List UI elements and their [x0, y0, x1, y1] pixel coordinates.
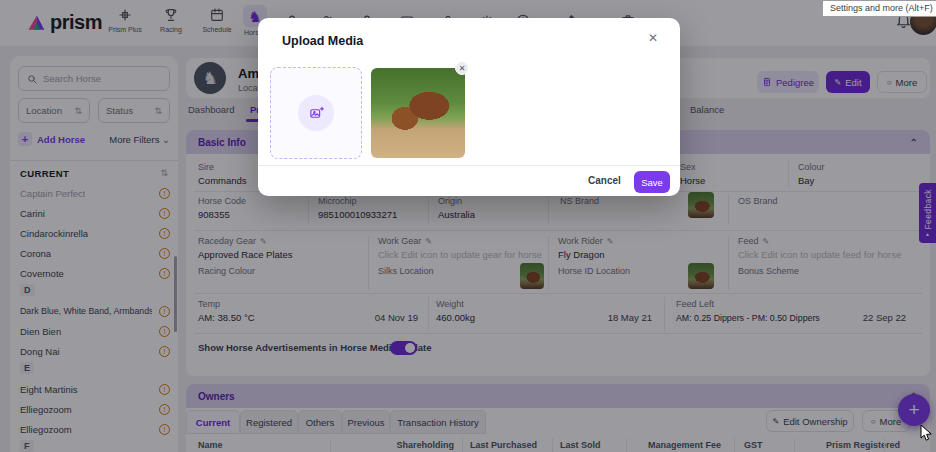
close-icon[interactable]: ✕ — [648, 31, 658, 45]
save-button[interactable]: Save — [634, 171, 670, 193]
browser-tooltip: Settings and more (Alt+F) — [822, 0, 936, 17]
image-add-icon — [298, 95, 334, 131]
mouse-cursor — [920, 424, 933, 446]
remove-photo-icon[interactable]: ✕ — [455, 61, 469, 75]
upload-media-modal: Upload Media ✕ ✕ Cancel Save — [258, 18, 680, 196]
app-screen: prism Prism Plus Racing Schedule ♞ Horse… — [0, 0, 936, 452]
upload-dropzone[interactable] — [270, 67, 362, 159]
divider — [258, 165, 680, 166]
cancel-button[interactable]: Cancel — [588, 175, 621, 186]
uploaded-photo-thumbnail[interactable] — [371, 68, 465, 158]
modal-title: Upload Media — [282, 34, 363, 48]
